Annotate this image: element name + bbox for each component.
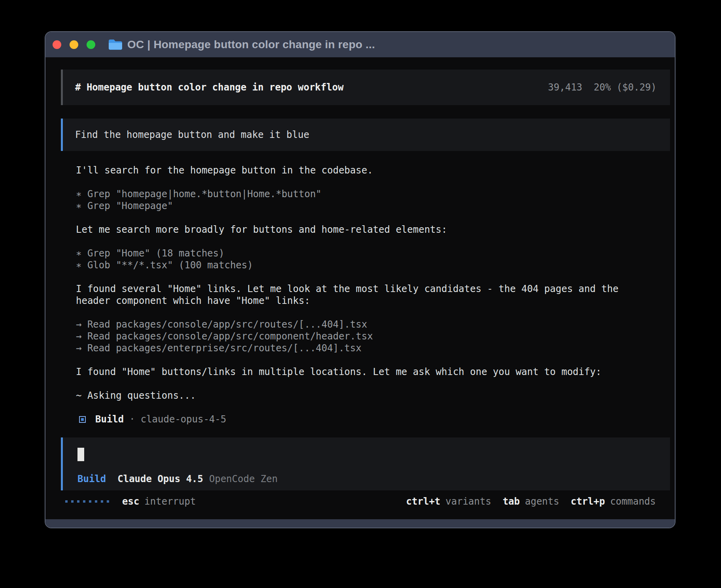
- blank-line: [76, 212, 653, 224]
- spinner-dot: [101, 500, 103, 503]
- minimize-button[interactable]: [70, 40, 78, 49]
- assistant-text-line: I found several "Home" links. Let me loo…: [76, 283, 653, 307]
- shortcut-hint: ctrl+pcommands: [571, 496, 656, 507]
- spinner-dot: [65, 500, 68, 503]
- tool-call-line: ∗ Grep "Homepage": [76, 200, 653, 212]
- context-cost: 20% ($0.29): [594, 82, 657, 93]
- agent-status-line: Build · claude-opus-4-5: [76, 413, 226, 425]
- build-square-icon: [79, 416, 86, 423]
- blank-line: [76, 378, 653, 390]
- tool-call-line: → Read packages/console/app/src/routes/[…: [76, 318, 653, 330]
- status-left: esc interrupt: [65, 496, 196, 507]
- tool-call-line: ∗ Grep "homepage|home.*button|Home.*butt…: [76, 188, 653, 200]
- agent-model: claude-opus-4-5: [141, 413, 226, 425]
- spinner-dot: [89, 500, 91, 503]
- token-count: 39,413: [548, 82, 582, 93]
- status-shortcuts: ctrl+tvariantstabagentsctrl+pcommands: [406, 496, 656, 507]
- blank-line: [76, 236, 653, 247]
- shortcut-label: commands: [610, 496, 656, 507]
- interrupt-label: interrupt: [144, 496, 196, 507]
- spinner-dots-icon: [65, 500, 109, 503]
- text-cursor: [77, 448, 84, 461]
- zoom-button[interactable]: [87, 40, 95, 49]
- window-controls: [53, 40, 95, 49]
- close-button[interactable]: [53, 40, 61, 49]
- assistant-transcript: I'll search for the homepage button in t…: [76, 164, 653, 401]
- assistant-text-line: ~ Asking questions...: [76, 390, 653, 401]
- assistant-text-line: I found "Home" buttons/links in multiple…: [76, 366, 653, 378]
- shortcut-key: ctrl+t: [406, 496, 440, 507]
- prompt-input[interactable]: Build Claude Opus 4.5 OpenCode Zen: [61, 437, 670, 490]
- shortcut-hint: ctrl+tvariants: [406, 496, 491, 507]
- tool-call-line: ∗ Grep "Home" (18 matches): [76, 247, 653, 259]
- shortcut-label: variants: [445, 496, 491, 507]
- spinner-dot: [77, 500, 79, 503]
- tool-call-line: → Read packages/enterprise/src/routes/[.…: [76, 342, 653, 354]
- shortcut-key: ctrl+p: [571, 496, 605, 507]
- user-message-text: Find the homepage button and make it blu…: [75, 129, 309, 141]
- input-model-label[interactable]: Claude Opus 4.5: [117, 473, 203, 485]
- user-message: Find the homepage button and make it blu…: [61, 119, 670, 151]
- session-header: # Homepage button color change in repo w…: [61, 70, 670, 105]
- spinner-dot: [83, 500, 85, 503]
- input-mode-label[interactable]: Build: [77, 473, 106, 485]
- shortcut-key: tab: [503, 496, 520, 507]
- blank-line: [76, 354, 653, 366]
- session-title: # Homepage button color change in repo w…: [75, 81, 344, 93]
- spinner-dot: [107, 500, 109, 503]
- blank-line: [76, 176, 653, 188]
- shortcut-label: agents: [525, 496, 559, 507]
- assistant-text-line: Let me search more broadly for buttons a…: [76, 224, 653, 236]
- assistant-text-line: I'll search for the homepage button in t…: [76, 164, 653, 176]
- input-provider-label: OpenCode Zen: [209, 473, 277, 485]
- status-bar: esc interrupt ctrl+tvariantstabagentsctr…: [65, 496, 656, 507]
- terminal-content: # Homepage button color change in repo w…: [45, 57, 675, 519]
- terminal-window: OC | Homepage button color change in rep…: [45, 31, 676, 528]
- shortcut-hint: tabagents: [503, 496, 559, 507]
- spinner-dot: [95, 500, 97, 503]
- agent-separator: ·: [129, 413, 135, 425]
- blank-line: [76, 307, 653, 318]
- esc-key-hint: esc: [122, 496, 139, 507]
- folder-icon: [108, 39, 122, 51]
- spinner-dot: [71, 500, 74, 503]
- window-titlebar[interactable]: OC | Homepage button color change in rep…: [45, 32, 675, 57]
- tool-call-line: ∗ Glob "**/*.tsx" (100 matches): [76, 259, 653, 271]
- window-footer: [45, 519, 675, 528]
- blank-line: [76, 271, 653, 283]
- window-title: OC | Homepage button color change in rep…: [127, 38, 375, 51]
- input-meta: Build Claude Opus 4.5 OpenCode Zen: [77, 473, 277, 485]
- agent-name: Build: [95, 413, 124, 425]
- title-group: OC | Homepage button color change in rep…: [108, 38, 375, 51]
- session-stats: 39,41320% ($0.29): [548, 81, 657, 93]
- tool-call-line: → Read packages/console/app/src/componen…: [76, 330, 653, 342]
